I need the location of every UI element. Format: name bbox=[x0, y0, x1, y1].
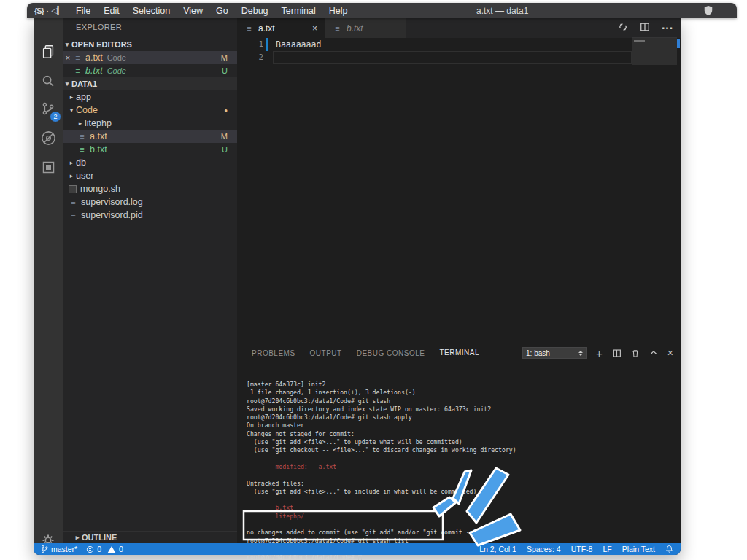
tree-item-label: litephp bbox=[85, 118, 112, 128]
chevron-expanded-icon: ▾ bbox=[63, 41, 71, 48]
terminal-line-untracked: litephp/ bbox=[247, 513, 670, 521]
tab-a-txt[interactable]: ≡ a.txt × bbox=[237, 18, 325, 38]
vscode-app-icon: ◁▎ bbox=[51, 6, 63, 15]
explorer-sidebar: EXPLORER ▾ OPEN EDITORS × ≡ a.txt Code M… bbox=[63, 18, 237, 543]
tree-item-db[interactable]: ▸ db bbox=[63, 156, 237, 169]
editor-tabs-bar: ≡ a.txt × ≡ b.txt bbox=[237, 18, 681, 38]
gutter-modified-indicator bbox=[266, 38, 268, 51]
tree-root-header[interactable]: ▾ DATA1 bbox=[63, 77, 237, 90]
vscode-window: 2 EXPLORER bbox=[34, 18, 681, 555]
open-editors-header[interactable]: ▾ OPEN EDITORS bbox=[63, 38, 237, 51]
dot-separator: · bbox=[46, 6, 49, 16]
chevron-expanded-icon: ▾ bbox=[63, 80, 71, 88]
open-editor-name: b.txt bbox=[85, 66, 103, 76]
problems-status[interactable]: 0 0 bbox=[86, 545, 123, 553]
menu-items: File Edit Selection View Go Debug Termin… bbox=[69, 6, 355, 16]
debug-disabled-icon[interactable] bbox=[34, 123, 63, 152]
extensions-icon[interactable] bbox=[34, 152, 63, 182]
bottom-panel: PROBLEMS OUTPUT DEBUG CONSOLE TERMINAL 1… bbox=[237, 343, 681, 543]
eol-status[interactable]: LF bbox=[603, 545, 611, 553]
tree-item-app[interactable]: ▸ app bbox=[63, 90, 237, 104]
more-actions-icon[interactable]: ··· bbox=[662, 22, 673, 35]
file-icon: ≡ bbox=[69, 198, 78, 206]
close-tab-icon[interactable]: × bbox=[312, 23, 317, 34]
split-terminal-icon[interactable] bbox=[612, 349, 622, 358]
open-changes-icon[interactable] bbox=[618, 22, 628, 35]
menu-file[interactable]: File bbox=[69, 6, 97, 16]
tree-item-label: supervisord.pid bbox=[81, 210, 143, 220]
notifications-bell-icon[interactable] bbox=[665, 545, 673, 553]
open-editor-item-b[interactable]: ≡ b.txt Code U bbox=[63, 64, 237, 77]
terminal-shell-select[interactable]: 1: bash bbox=[522, 347, 587, 359]
panel-actions: 1: bash + bbox=[522, 343, 673, 362]
language-mode-status[interactable]: Plain Text bbox=[622, 545, 655, 553]
close-icon[interactable]: × bbox=[63, 53, 73, 62]
open-editors-label: OPEN EDITORS bbox=[71, 40, 132, 49]
source-control-icon[interactable]: 2 bbox=[34, 94, 63, 123]
cursor-position-status[interactable]: Ln 2, Col 1 bbox=[479, 545, 516, 553]
indentation-status[interactable]: Spaces: 4 bbox=[527, 545, 561, 553]
menu-go[interactable]: Go bbox=[209, 6, 235, 16]
terminal-line: Changes not staged for commit: bbox=[247, 430, 670, 438]
open-editor-item-a[interactable]: × ≡ a.txt Code M bbox=[63, 51, 237, 64]
terminal-line-modified: modified: a.txt bbox=[247, 463, 670, 471]
tab-terminal[interactable]: TERMINAL bbox=[439, 343, 479, 362]
menu-help[interactable]: Help bbox=[322, 6, 355, 16]
outline-label: OUTLINE bbox=[82, 533, 117, 542]
menu-selection[interactable]: Selection bbox=[126, 6, 177, 16]
encoding-status[interactable]: UTF-8 bbox=[571, 545, 593, 553]
explorer-icon[interactable] bbox=[34, 37, 63, 66]
menubar-app-icons[interactable]: {S} · ◁▎ bbox=[34, 6, 63, 16]
file-icon: ≡ bbox=[69, 211, 78, 219]
tab-problems[interactable]: PROBLEMS bbox=[252, 343, 295, 362]
kill-terminal-trash-icon[interactable] bbox=[631, 349, 640, 358]
git-status-badge: M bbox=[221, 53, 228, 62]
tree-item-code[interactable]: ▾ Code ● bbox=[63, 104, 237, 117]
overview-ruler-modified-mark bbox=[677, 39, 680, 48]
menu-terminal[interactable]: Terminal bbox=[275, 6, 322, 16]
menu-debug[interactable]: Debug bbox=[235, 6, 275, 16]
search-icon[interactable] bbox=[34, 66, 63, 96]
tree-item-b-txt[interactable]: ≡ b.txt U bbox=[63, 143, 237, 156]
tree-item-a-txt[interactable]: ≡ a.txt M bbox=[63, 130, 237, 143]
maximize-panel-chevron-icon[interactable] bbox=[649, 349, 658, 357]
terminal-line bbox=[247, 455, 670, 463]
tab-output[interactable]: OUTPUT bbox=[310, 343, 342, 362]
file-icon: ≡ bbox=[73, 53, 82, 62]
menu-edit[interactable]: Edit bbox=[97, 6, 126, 16]
outline-section-header[interactable]: ▸ OUTLINE bbox=[63, 531, 237, 543]
tree-item-supervisord-log[interactable]: ≡ supervisord.log bbox=[63, 195, 237, 209]
chevron-collapsed-icon: ▸ bbox=[73, 534, 82, 541]
terminal-cursor bbox=[358, 555, 362, 560]
menu-view[interactable]: View bbox=[177, 6, 209, 16]
git-branch-status[interactable]: master* bbox=[41, 545, 77, 553]
panel-header: PROBLEMS OUTPUT DEBUG CONSOLE TERMINAL 1… bbox=[237, 343, 681, 362]
shell-select-value: 1: bash bbox=[526, 349, 550, 357]
tree-item-label: mongo.sh bbox=[80, 184, 120, 194]
file-icon: ≡ bbox=[333, 24, 342, 33]
tree-item-supervisord-pid[interactable]: ≡ supervisord.pid bbox=[63, 209, 237, 222]
tab-label: a.txt bbox=[258, 23, 275, 34]
tree-item-label: user bbox=[76, 171, 93, 181]
tree-item-user[interactable]: ▸ user bbox=[63, 169, 237, 182]
tab-b-txt[interactable]: ≡ b.txt bbox=[325, 18, 406, 38]
terminal-line bbox=[247, 521, 670, 529]
terminal-output[interactable]: [master 64a373c] init2 1 file changed, 1… bbox=[247, 381, 670, 560]
warning-count: 0 bbox=[119, 545, 123, 553]
new-terminal-icon[interactable]: + bbox=[596, 347, 603, 359]
shield-icon[interactable] bbox=[703, 5, 713, 18]
minimap-line-mark bbox=[634, 40, 645, 42]
tab-debug-console[interactable]: DEBUG CONSOLE bbox=[357, 343, 425, 362]
tree-item-mongo-sh[interactable]: mongo.sh bbox=[63, 182, 237, 195]
line-number: 2 bbox=[237, 51, 263, 64]
tree-item-litephp[interactable]: ▸ litephp bbox=[63, 117, 237, 130]
minimap[interactable] bbox=[632, 38, 677, 343]
git-status-badge: U bbox=[222, 66, 228, 75]
terminal-line: root@7d204c6b0bc3:/data1/Code# git stash… bbox=[247, 413, 670, 421]
tree-item-label: a.txt bbox=[90, 131, 107, 141]
close-panel-icon[interactable]: × bbox=[667, 347, 673, 359]
editor-content[interactable]: 1 Baaaaaaad 2 bbox=[237, 38, 681, 343]
terminal-line: root@7d204c6b0bc3:/data1/Code# git stash bbox=[247, 397, 670, 405]
terminal-line: Saved working directory and index state … bbox=[247, 405, 670, 413]
split-editor-icon[interactable] bbox=[640, 22, 650, 35]
